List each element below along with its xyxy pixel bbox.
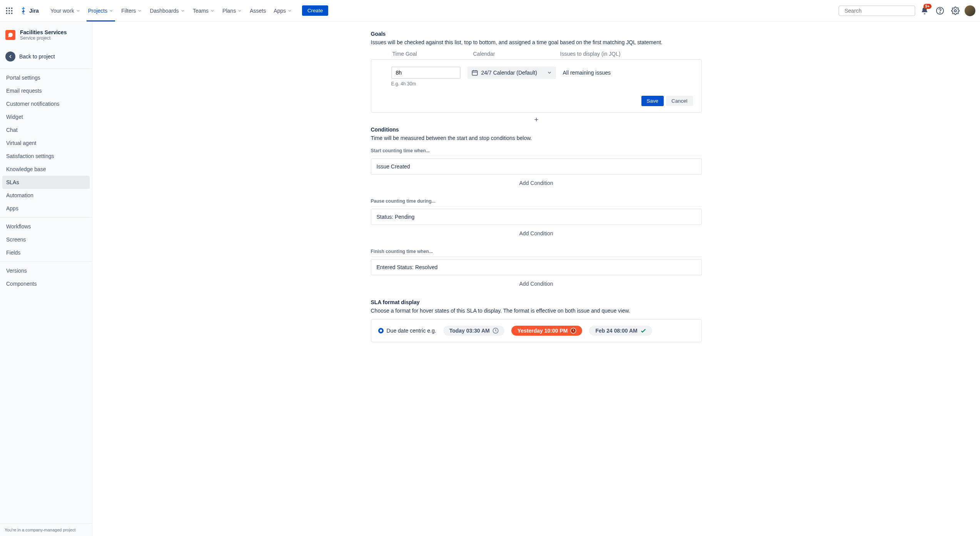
svg-rect-7	[8, 13, 10, 14]
cancel-button[interactable]: Cancel	[666, 96, 693, 106]
help-button[interactable]	[934, 5, 946, 17]
start-condition-value[interactable]: Issue Created	[371, 158, 702, 175]
project-type: Service project	[20, 35, 67, 41]
calendar-icon	[471, 69, 478, 76]
sla-format-desc: Choose a format for hover states of this…	[371, 308, 702, 314]
project-header: Facilities Services Service project	[0, 22, 92, 45]
sidebar-item-workflows[interactable]: Workflows	[2, 220, 90, 233]
due-date-centric-label: Due date centric e.g.	[387, 328, 436, 334]
radio-checked-icon	[378, 328, 384, 333]
sidebar-item-versions[interactable]: Versions	[2, 264, 90, 277]
conditions-title: Conditions	[371, 127, 702, 133]
sidebar-item-email-requests[interactable]: Email requests	[2, 84, 90, 97]
sidebar-item-portal-settings[interactable]: Portal settings	[2, 71, 90, 84]
due-date-centric-radio[interactable]: Due date centric e.g.	[378, 328, 436, 334]
profile-avatar[interactable]	[965, 5, 975, 16]
sidebar-item-screens[interactable]: Screens	[2, 233, 90, 246]
search-input-container[interactable]	[838, 5, 915, 16]
goals-header-calendar: Calendar	[473, 51, 560, 57]
clock-icon	[492, 327, 499, 334]
chevron-down-icon	[237, 8, 242, 13]
plus-icon	[533, 117, 539, 123]
sla-pill-feb: Feb 24 08:00 AM	[589, 326, 652, 336]
svg-rect-1	[8, 7, 10, 8]
nav-teams[interactable]: Teams	[189, 5, 219, 17]
add-start-condition[interactable]: Add Condition	[371, 175, 702, 191]
settings-button[interactable]	[949, 5, 962, 17]
sidebar-item-customer-notifications[interactable]: Customer notifications	[2, 97, 90, 110]
pause-condition-label: Pause counting time during...	[371, 198, 702, 206]
svg-point-13	[954, 10, 957, 12]
sidebar-item-fields[interactable]: Fields	[2, 246, 90, 259]
chevron-down-icon	[76, 8, 80, 13]
sidebar-item-knowledge-base[interactable]: Knowledge base	[2, 163, 90, 176]
back-to-project-link[interactable]: Back to project	[0, 48, 92, 65]
svg-rect-5	[11, 10, 12, 11]
chevron-down-icon	[210, 8, 215, 13]
sidebar: Facilities Services Service project Back…	[0, 22, 92, 536]
jira-logo-text: Jira	[29, 8, 39, 14]
start-condition-label: Start counting time when...	[371, 148, 702, 156]
goals-table-header: Time Goal Calendar Issues to display (in…	[371, 51, 702, 59]
finish-condition-label: Finish counting time when...	[371, 249, 702, 257]
sidebar-item-satisfaction-settings[interactable]: Satisfaction settings	[2, 150, 90, 163]
nav-apps[interactable]: Apps	[270, 5, 296, 17]
goals-header-issues: Issues to display (in JQL)	[560, 51, 621, 57]
finish-condition-value[interactable]: Entered Status: Resolved	[371, 259, 702, 275]
top-nav: Jira Your workProjectsFiltersDashboardsT…	[0, 0, 980, 22]
svg-rect-6	[6, 13, 7, 14]
nav-dashboards[interactable]: Dashboards	[146, 5, 189, 17]
project-icon	[5, 30, 15, 40]
svg-point-12	[940, 12, 940, 13]
search-input[interactable]	[845, 8, 912, 14]
chevron-down-icon	[287, 8, 292, 13]
goal-row-box: E.g. 4h 30m 24/7 Calendar (Default) All …	[371, 59, 702, 113]
help-icon	[936, 7, 944, 15]
main-content: Goals Issues will be checked against thi…	[92, 22, 980, 536]
goals-header-time: Time Goal	[392, 51, 473, 57]
nav-filters[interactable]: Filters	[117, 5, 146, 17]
save-button[interactable]: Save	[641, 96, 664, 106]
pause-condition-value[interactable]: Status: Pending	[371, 209, 702, 225]
project-footer-note: You're in a company-managed project	[0, 523, 92, 536]
app-switcher-icon[interactable]	[5, 6, 14, 15]
sidebar-item-slas[interactable]: SLAs	[2, 176, 90, 189]
clock-overdue-icon	[570, 327, 577, 334]
sidebar-item-apps[interactable]: Apps	[2, 202, 90, 215]
goals-desc: Issues will be checked against this list…	[371, 39, 702, 45]
gear-icon	[951, 7, 960, 15]
nav-assets[interactable]: Assets	[246, 5, 270, 17]
chevron-down-icon	[137, 8, 142, 13]
create-button[interactable]: Create	[302, 5, 328, 16]
add-goal-button[interactable]	[371, 113, 702, 127]
calendar-select-label: 24/7 Calendar (Default)	[481, 70, 544, 76]
nav-plans[interactable]: Plans	[219, 5, 246, 17]
add-finish-condition[interactable]: Add Condition	[371, 275, 702, 292]
sla-pill-today: Today 03:30 AM	[443, 326, 504, 336]
jira-logo[interactable]: Jira	[18, 6, 39, 15]
goals-title: Goals	[371, 31, 702, 37]
back-arrow-icon	[5, 52, 15, 62]
sidebar-item-widget[interactable]: Widget	[2, 110, 90, 123]
issues-to-display: All remaining issues	[563, 67, 611, 76]
add-pause-condition[interactable]: Add Condition	[371, 225, 702, 242]
nav-your-work[interactable]: Your work	[47, 5, 84, 17]
time-goal-example: E.g. 4h 30m	[391, 81, 461, 87]
time-goal-input[interactable]	[391, 67, 461, 79]
check-icon	[640, 327, 647, 334]
sidebar-item-components[interactable]: Components	[2, 277, 90, 290]
conditions-desc: Time will be measured between the start …	[371, 135, 702, 141]
nav-projects[interactable]: Projects	[84, 5, 118, 17]
svg-rect-3	[6, 10, 7, 11]
svg-rect-4	[8, 10, 10, 11]
svg-rect-0	[6, 7, 7, 8]
sidebar-item-automation[interactable]: Automation	[2, 189, 90, 202]
calendar-select[interactable]: 24/7 Calendar (Default)	[467, 67, 556, 79]
sidebar-item-virtual-agent[interactable]: Virtual agent	[2, 136, 90, 150]
chevron-down-icon	[547, 70, 552, 75]
project-name: Facilities Services	[20, 29, 67, 35]
notifications-button[interactable]: 9+	[918, 5, 931, 17]
svg-rect-14	[472, 71, 477, 75]
sla-pill-yesterday: Yesterday 10:00 PM	[511, 326, 583, 336]
sidebar-item-chat[interactable]: Chat	[2, 123, 90, 136]
